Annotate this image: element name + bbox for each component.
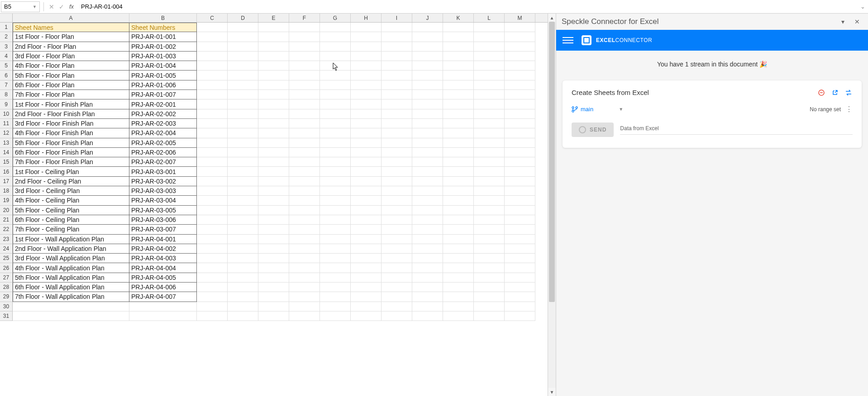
cell[interactable] bbox=[443, 90, 474, 99]
cell[interactable] bbox=[443, 42, 474, 52]
col-header-I[interactable]: I bbox=[382, 14, 412, 22]
cell[interactable] bbox=[505, 263, 535, 273]
col-header-A[interactable]: A bbox=[13, 14, 129, 22]
cell[interactable] bbox=[258, 99, 289, 109]
cell[interactable] bbox=[228, 90, 258, 99]
cell[interactable] bbox=[320, 196, 351, 205]
cell[interactable] bbox=[474, 273, 505, 283]
cell[interactable] bbox=[320, 71, 351, 80]
cell[interactable] bbox=[258, 71, 289, 80]
cell[interactable] bbox=[443, 244, 474, 254]
cell[interactable] bbox=[320, 311, 351, 321]
cell[interactable] bbox=[351, 23, 382, 32]
scroll-up-icon[interactable]: ▲ bbox=[548, 14, 556, 22]
cell[interactable]: 7th Floor - Wall Application Plan bbox=[13, 292, 129, 302]
cell[interactable] bbox=[258, 23, 289, 32]
cell[interactable] bbox=[443, 109, 474, 119]
panel-menu-icon[interactable]: ▾ bbox=[837, 16, 848, 27]
cell[interactable] bbox=[197, 302, 228, 311]
row-header[interactable]: 2 bbox=[0, 32, 13, 42]
cell[interactable] bbox=[289, 23, 320, 32]
cell[interactable] bbox=[258, 32, 289, 42]
cell[interactable] bbox=[258, 196, 289, 205]
cell[interactable] bbox=[505, 273, 535, 283]
cell[interactable] bbox=[412, 244, 443, 254]
cell[interactable] bbox=[320, 128, 351, 138]
rows-area[interactable]: 1Sheet NamesSheet Numbers21st Floor - Fl… bbox=[0, 23, 548, 396]
cell[interactable] bbox=[351, 196, 382, 205]
cell[interactable] bbox=[443, 263, 474, 273]
cell[interactable] bbox=[258, 80, 289, 90]
cell[interactable] bbox=[412, 225, 443, 234]
cell[interactable] bbox=[258, 283, 289, 292]
cell[interactable] bbox=[412, 273, 443, 283]
row-header[interactable]: 24 bbox=[0, 244, 13, 254]
cell[interactable] bbox=[289, 32, 320, 42]
cell[interactable] bbox=[129, 302, 197, 311]
cell[interactable] bbox=[228, 167, 258, 176]
cell[interactable]: 4th Floor - Wall Application Plan bbox=[13, 263, 129, 273]
cell[interactable] bbox=[197, 99, 228, 109]
cell[interactable] bbox=[382, 80, 412, 90]
cell[interactable]: 3rd Floor - Wall Application Plan bbox=[13, 254, 129, 263]
remove-stream-icon[interactable] bbox=[817, 89, 825, 97]
cell[interactable]: PRJ-AR-02-004 bbox=[129, 128, 197, 138]
cell[interactable] bbox=[197, 254, 228, 263]
cell[interactable] bbox=[443, 167, 474, 176]
cell[interactable] bbox=[320, 292, 351, 302]
cell[interactable] bbox=[289, 254, 320, 263]
cell[interactable] bbox=[505, 109, 535, 119]
formula-input[interactable]: PRJ-AR-01-004 bbox=[76, 1, 857, 12]
cell[interactable] bbox=[505, 196, 535, 205]
cell[interactable]: PRJ-AR-03-003 bbox=[129, 186, 197, 196]
cell[interactable] bbox=[289, 215, 320, 225]
cell[interactable]: 2nd Floor - Ceiling Plan bbox=[13, 177, 129, 186]
cell[interactable] bbox=[412, 23, 443, 32]
cell[interactable] bbox=[351, 119, 382, 128]
cell[interactable] bbox=[351, 32, 382, 42]
cell[interactable]: PRJ-AR-02-006 bbox=[129, 148, 197, 157]
cell[interactable]: 2nd Floor - Floor Plan bbox=[13, 42, 129, 52]
cell[interactable] bbox=[197, 61, 228, 71]
cell[interactable] bbox=[351, 311, 382, 321]
cell[interactable] bbox=[289, 61, 320, 71]
cell[interactable]: 2nd Floor - Floor Finish Plan bbox=[13, 109, 129, 119]
col-header-D[interactable]: D bbox=[228, 14, 258, 22]
cell[interactable] bbox=[258, 138, 289, 148]
cell[interactable] bbox=[258, 61, 289, 71]
cell[interactable] bbox=[289, 273, 320, 283]
cell[interactable] bbox=[412, 71, 443, 80]
cell[interactable] bbox=[474, 215, 505, 225]
cell[interactable] bbox=[412, 283, 443, 292]
cell[interactable]: 5th Floor - Floor Plan bbox=[13, 71, 129, 80]
cell[interactable] bbox=[289, 244, 320, 254]
cell[interactable] bbox=[228, 42, 258, 52]
cell[interactable] bbox=[412, 167, 443, 176]
cell[interactable] bbox=[443, 80, 474, 90]
cell[interactable]: PRJ-AR-03-005 bbox=[129, 206, 197, 215]
cell[interactable] bbox=[289, 302, 320, 311]
cell[interactable] bbox=[258, 177, 289, 186]
row-header[interactable]: 22 bbox=[0, 225, 13, 234]
name-box[interactable]: B5 ▼ bbox=[1, 1, 40, 12]
cell[interactable] bbox=[412, 263, 443, 273]
cell[interactable]: 3rd Floor - Floor Finish Plan bbox=[13, 119, 129, 128]
cell[interactable] bbox=[320, 52, 351, 61]
row-header[interactable]: 20 bbox=[0, 206, 13, 215]
cell[interactable] bbox=[382, 244, 412, 254]
cell[interactable] bbox=[258, 263, 289, 273]
cell[interactable] bbox=[351, 71, 382, 80]
cell[interactable] bbox=[258, 90, 289, 99]
cell[interactable] bbox=[351, 138, 382, 148]
cell[interactable] bbox=[382, 215, 412, 225]
cell[interactable] bbox=[382, 283, 412, 292]
row-header[interactable]: 15 bbox=[0, 157, 13, 167]
cell[interactable] bbox=[505, 215, 535, 225]
cell[interactable] bbox=[197, 23, 228, 32]
cell[interactable]: PRJ-AR-02-001 bbox=[129, 99, 197, 109]
cell[interactable] bbox=[320, 167, 351, 176]
cell[interactable] bbox=[351, 177, 382, 186]
row-header[interactable]: 26 bbox=[0, 263, 13, 273]
cell[interactable] bbox=[382, 302, 412, 311]
row-header[interactable]: 31 bbox=[0, 311, 13, 321]
